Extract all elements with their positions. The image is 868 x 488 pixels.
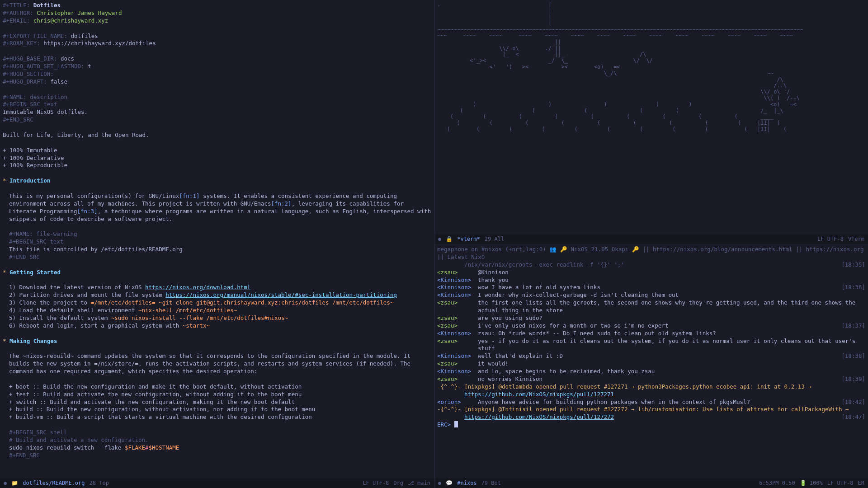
irc-nick: <Kinnison> xyxy=(437,277,478,284)
modeline-irc[interactable]: ● 💬 #nixos 79 Bot 6:53PM 0.50 🔋 100% LF … xyxy=(434,478,868,488)
irc-nick: <zsau> xyxy=(437,314,478,322)
irc-pane[interactable]: megaphone on #nixos (+nrt,lag:0) 👥 🔑 Nix… xyxy=(434,244,868,488)
irc-text: the first one lists all the gcroots, the… xyxy=(478,299,865,314)
irc-message: <zsau> it would! xyxy=(437,360,865,368)
irc-nick: <Kinnison> xyxy=(437,352,478,360)
position-indicator: 29 All xyxy=(485,235,504,243)
status-dot-icon: ● xyxy=(438,235,441,243)
src-block-description: #+NAME: description #+BEGIN_SRC text Imm… xyxy=(3,94,431,124)
irc-nick: <zsau> xyxy=(437,322,478,330)
pr-link[interactable]: https://github.com/NixOS/nixpkgs/pull/12… xyxy=(464,391,614,398)
irc-nick: <zsau> xyxy=(437,269,478,277)
heading-introduction[interactable]: * Introduction xyxy=(3,177,431,185)
irc-text: it would! xyxy=(478,360,865,368)
irc-notice-pr2: -{^-^}- [nixpkgs] @Infinisil opened pull… xyxy=(437,406,865,413)
org-properties-block: #+TITLE: Dotfiles #+AUTHOR: Christopher … xyxy=(3,2,431,25)
irc-message: <Kinnison> wow I have a lot of old syste… xyxy=(437,284,865,291)
org-export-block: #+EXPORT_FILE_NAME: dotfiles #+ROAM_KEY:… xyxy=(3,33,431,48)
irc-nick: <zsau> xyxy=(437,375,478,383)
ascii-art: . | | | | ~~~~~~~~~~~~~~~~~~~~~~~~~~~~~~… xyxy=(437,2,865,114)
irc-text: I wonder why nix-collect-garbage -d isn'… xyxy=(478,291,865,299)
heading-getting-started[interactable]: * Getting Started xyxy=(3,269,431,277)
irc-msg-orion: <orion> Anyone have advice for building … xyxy=(437,399,865,406)
src-block-shell: #+BEGIN_SRC shell # Build and activate a… xyxy=(3,429,431,460)
irc-nick: <Kinnison> xyxy=(437,368,478,375)
irc-message: <zsau> i've only used nixos for a month … xyxy=(437,322,865,330)
irc-text: thank you xyxy=(478,277,865,284)
irc-timestamp: [18:36] xyxy=(837,284,865,291)
irc-message: <zsau> the first one lists all the gcroo… xyxy=(437,299,865,314)
vcs-indicator-icon: ● xyxy=(4,479,7,487)
irc-message: <Kinnison> and lo, space begins to be re… xyxy=(437,368,865,375)
cursor-icon xyxy=(454,421,458,427)
ascii-art-waves: ( ( ( ( ( ( ( ( ( ____ ( ( ( ( ( ( ( ( (… xyxy=(437,114,865,132)
irc-message: <Kinnison> zsau: Oh *rude words* -- Do I… xyxy=(437,330,865,338)
irc-text: well that'd explain it :D xyxy=(478,352,837,360)
irc-nick: <Kinnison> xyxy=(437,291,478,299)
intro-paragraph: This is my personal configuration(s) for… xyxy=(3,192,431,223)
irc-message: <zsau> no worries Kinnison[18:39] xyxy=(437,375,865,383)
irc-nick: <zsau> xyxy=(437,299,478,314)
irc-nick: <zsau> xyxy=(437,338,478,353)
modeline-vterm[interactable]: ● 🔒 *vterm* 29 All LF UTF-8 VTerm xyxy=(434,234,868,244)
irc-notice-pr1: -{^-^}- [nixpkgs] @dotlambda opened pull… xyxy=(437,383,865,391)
download-link[interactable]: https://nixos.org/download.html xyxy=(145,284,250,291)
encoding-indicator: LF UTF-8 xyxy=(363,479,389,487)
status-dot-icon: ● xyxy=(438,479,441,487)
buffer-name[interactable]: *vterm* xyxy=(457,235,480,243)
irc-text: no worries Kinnison xyxy=(478,375,837,383)
irc-text: i've only used nixos for a month or two … xyxy=(478,322,837,330)
getting-started-list: 1) Download the latest version of NixOS … xyxy=(3,284,431,329)
partition-link[interactable]: https://nixos.org/manual/nixos/stable/#s… xyxy=(165,291,397,298)
irc-text: @Kinnison xyxy=(478,269,865,277)
irc-message: <zsau> @Kinnison xyxy=(437,269,865,277)
irc-text: yes - if you do it as root it cleans out… xyxy=(478,338,865,353)
irc-timestamp: [18:38] xyxy=(837,352,865,360)
irc-input-line[interactable]: ERC> xyxy=(437,421,865,429)
irc-text: zsau: Oh *rude words* -- Do I need sudo … xyxy=(478,330,865,338)
irc-topic: megaphone on #nixos (+nrt,lag:0) 👥 🔑 Nix… xyxy=(437,246,865,261)
git-branch[interactable]: ⎇ main xyxy=(408,479,430,487)
irc-log[interactable]: <zsau> @Kinnison<Kinnison> thank you<Kin… xyxy=(437,269,865,383)
irc-nick: <Kinnison> xyxy=(437,284,478,291)
encoding-indicator: LF UTF-8 xyxy=(827,479,854,487)
irc-message: <Kinnison> well that'd explain it :D[18:… xyxy=(437,352,865,360)
irc-message: <zsau> yes - if you do it as root it cle… xyxy=(437,338,865,353)
modeline-left[interactable]: ● 📁 dotfiles/README.org 28 Top LF UTF-8 … xyxy=(0,478,434,488)
irc-text: are you using sudo? xyxy=(478,314,865,322)
battery-indicator: 🔋 100% xyxy=(800,479,823,487)
irc-message: <Kinnison> thank you xyxy=(437,277,865,284)
major-mode[interactable]: ER xyxy=(858,479,864,487)
buffer-name[interactable]: #nixos xyxy=(457,479,476,487)
position-indicator: 79 Bot xyxy=(481,479,501,487)
terminal-pane[interactable]: . | | | | ~~~~~~~~~~~~~~~~~~~~~~~~~~~~~~… xyxy=(434,0,868,244)
irc-prompt: ERC> xyxy=(437,421,451,429)
encoding-indicator: LF UTF-8 xyxy=(817,235,844,243)
buffer-name[interactable]: dotfiles/README.org xyxy=(23,479,85,487)
pr-link[interactable]: https://github.com/NixOS/nixpkgs/pull/12… xyxy=(464,413,614,420)
feature-bullets: + 100% Immutable + 100% Declarative + 10… xyxy=(3,147,431,170)
position-indicator: 28 Top xyxy=(90,479,109,487)
heading-making-changes[interactable]: * Making Changes xyxy=(3,338,431,345)
irc-nick: <Kinnison> xyxy=(437,330,478,338)
major-mode[interactable]: Org xyxy=(393,479,403,487)
chat-icon: 💬 xyxy=(446,479,453,487)
tagline: Built for Life, Liberty, and the Open Ro… xyxy=(3,131,431,139)
folder-icon: 📁 xyxy=(11,479,18,487)
irc-text: wow I have a lot of old system links xyxy=(478,284,837,291)
irc-text: and lo, space begins to be reclaimed, th… xyxy=(478,368,865,375)
making-changes-para: The ~nixos-rebuild~ command updates the … xyxy=(3,352,431,375)
lock-icon: 🔒 xyxy=(446,235,453,243)
irc-nick: <zsau> xyxy=(437,360,478,368)
irc-timestamp: [18:37] xyxy=(837,322,865,330)
editor-pane[interactable]: #+TITLE: Dotfiles #+AUTHOR: Christopher … xyxy=(0,0,434,488)
major-mode[interactable]: VTerm xyxy=(848,235,864,243)
operation-list: + boot :: Build the new configuration an… xyxy=(3,383,431,421)
irc-message: <Kinnison> I wonder why nix-collect-garb… xyxy=(437,291,865,299)
clock: 6:53PM 0.50 xyxy=(759,479,795,487)
org-hugo-block: #+HUGO_BASE_DIR: docs #+HUGO_AUTO_SET_LA… xyxy=(3,55,431,86)
irc-timestamp: [18:39] xyxy=(837,375,865,383)
irc-message: <zsau> are you using sudo? xyxy=(437,314,865,322)
src-block-file-warning: #+NAME: file-warning #+BEGIN_SRC text Th… xyxy=(3,230,431,261)
